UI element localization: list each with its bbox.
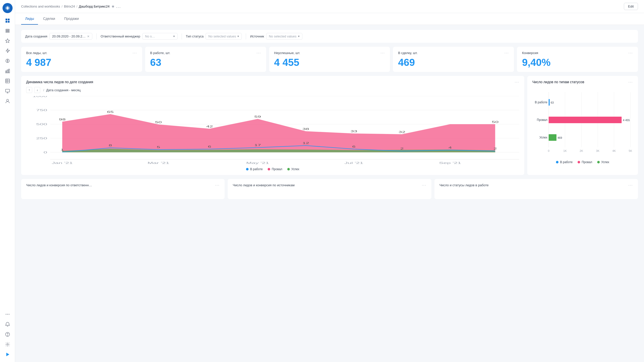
sidebar-item-bolt[interactable] [3, 46, 12, 55]
svg-point-22 [7, 99, 9, 101]
svg-point-9 [7, 60, 8, 61]
chart-arrow-down[interactable]: ↓ [34, 87, 40, 93]
sidebar-item-user[interactable] [3, 97, 12, 106]
manager-value-text: No s… [145, 34, 155, 38]
status-filter-label: Тип статуса [186, 34, 204, 38]
sidebar-item-more[interactable] [3, 310, 12, 319]
sidebar-item-table[interactable] [3, 76, 12, 85]
topbar-more-icon[interactable]: ... [116, 4, 121, 9]
app-logo[interactable] [3, 3, 13, 13]
bottom-card-more-0[interactable]: ··· [215, 183, 220, 187]
bottom-card-more-2[interactable]: ··· [628, 183, 633, 187]
date-filter-label: Дата создания [25, 34, 47, 38]
kpi-value-3: 469 [398, 57, 509, 68]
svg-rect-4 [6, 29, 9, 30]
svg-text:42: 42 [206, 125, 213, 128]
svg-text:12: 12 [302, 142, 309, 145]
bar-chart-more[interactable]: ··· [628, 80, 633, 84]
kpi-more-4[interactable]: ··· [628, 51, 633, 55]
bar-green [549, 134, 556, 141]
chart-arrow-up[interactable]: ↑ [26, 87, 32, 93]
kpi-card-4: Конверсия ··· 9,40% [517, 47, 638, 72]
edit-button[interactable]: Edit [624, 3, 638, 10]
bar-chart-svg: В работе Провал Успех 63 4 455 469 0 [532, 87, 633, 157]
legend-green: Успех [287, 167, 299, 171]
manager-filter: Ответственный менеджер No s… ▾ [101, 33, 178, 40]
svg-text:2K: 2K [580, 149, 583, 152]
bar-legend-red: Провал [578, 160, 592, 164]
source-chevron-icon: ▾ [298, 35, 300, 38]
legend-dot-red [268, 168, 270, 170]
legend-red: Провал [268, 167, 282, 171]
tab-lidy[interactable]: Лиды [21, 13, 38, 25]
bottom-card-more-1[interactable]: ··· [422, 183, 426, 187]
tab-prodazhi[interactable]: Продажи [60, 13, 83, 25]
kpi-more-2[interactable]: ··· [381, 51, 385, 55]
favorite-icon[interactable]: ★ [111, 4, 115, 9]
date-clear-button[interactable]: ✕ [87, 35, 90, 38]
bar-chart-container: В работе Провал Успех 63 4 455 469 0 [532, 87, 633, 157]
tab-sdelki[interactable]: Сделки [39, 13, 59, 25]
svg-text:0: 0 [548, 149, 549, 152]
bar-red [549, 117, 622, 123]
filter-divider-3 [246, 33, 246, 39]
legend-label-blue: В работе [250, 167, 263, 171]
filter-divider-1 [96, 33, 97, 39]
sidebar-item-bell[interactable] [3, 320, 12, 329]
svg-text:1: 1 [61, 149, 64, 151]
sidebar-item-play[interactable] [3, 350, 12, 359]
svg-text:65: 65 [107, 111, 114, 113]
sidebar-item-monitor[interactable] [3, 86, 12, 96]
breadcrumb-bitrix[interactable]: Bitrix24 [64, 5, 75, 8]
svg-text:63: 63 [551, 101, 554, 104]
svg-text:1K: 1K [563, 149, 567, 152]
svg-rect-13 [7, 70, 8, 73]
bottom-card-title-0: Число лидов и конверсия по ответственн… [26, 183, 92, 187]
area-chart-more[interactable]: ··· [515, 80, 519, 84]
kpi-value-0: 4 987 [26, 57, 137, 68]
kpi-more-1[interactable]: ··· [257, 51, 261, 55]
date-filter-value[interactable]: 20.09.2020 - 20.09.2… ✕ [49, 33, 92, 40]
source-filter-select[interactable]: No selected values ▾ [266, 33, 302, 40]
sidebar-item-star[interactable] [3, 36, 12, 45]
svg-text:0: 0 [44, 151, 47, 154]
sidebar-item-link[interactable] [3, 56, 12, 65]
breadcrumb-collections[interactable]: Collections and workbooks [21, 5, 60, 8]
bar-legend-dot-red [578, 161, 580, 163]
kpi-row: Все лиды, шт. ··· 4 987 В работе, шт. ··… [21, 47, 638, 72]
bottom-card-header-0: Число лидов и конверсия по ответственн… … [26, 183, 220, 187]
legend-blue: В работе [246, 167, 263, 171]
manager-filter-label: Ответственный менеджер [101, 34, 140, 38]
svg-text:6: 6 [352, 145, 355, 148]
chart-period: Дата создания - месяц [46, 88, 81, 92]
svg-rect-12 [6, 71, 7, 73]
bottom-row: Число лидов и конверсия по ответственн… … [21, 179, 638, 199]
svg-text:5K: 5K [629, 149, 632, 152]
kpi-more-0[interactable]: ··· [133, 51, 137, 55]
legend-label-red: Провал [272, 167, 282, 171]
manager-filter-select[interactable]: No s… ▾ [142, 33, 178, 40]
main-content: Collections and workbooks / Bitrix24 / Д… [15, 0, 644, 362]
chart-controls: ↑ ↓ / Дата создания - месяц [26, 87, 519, 93]
sidebar-item-question[interactable] [3, 330, 12, 339]
svg-text:4: 4 [448, 146, 452, 149]
sidebar-item-layers[interactable] [3, 26, 12, 35]
status-filter-select[interactable]: No selected values ▾ [206, 33, 242, 40]
kpi-value-2: 4 455 [274, 57, 385, 68]
bar-legend-label-blue: В работе [560, 160, 573, 164]
sidebar-item-bar[interactable] [3, 66, 12, 75]
kpi-more-3[interactable]: ··· [505, 51, 509, 55]
svg-marker-7 [6, 39, 10, 43]
bar-legend-dot-green [597, 161, 600, 163]
manager-chevron-icon: ▾ [173, 35, 175, 38]
svg-point-24 [7, 314, 8, 315]
sidebar-item-gear[interactable] [3, 340, 12, 349]
svg-rect-19 [6, 89, 10, 92]
sidebar-item-grid[interactable] [3, 16, 12, 25]
bar-chart-title: Число лидов по типам статусов [532, 80, 584, 84]
svg-rect-5 [6, 30, 9, 31]
area-chart-container: 1000 750 500 250 0 [26, 96, 519, 166]
filters-row: Дата создания 20.09.2020 - 20.09.2… ✕ От… [21, 30, 638, 43]
svg-text:50: 50 [492, 121, 499, 123]
svg-rect-2 [6, 21, 7, 23]
